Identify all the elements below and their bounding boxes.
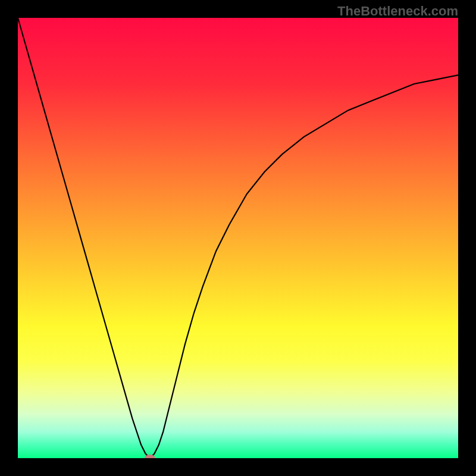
chart-svg [18,18,458,458]
plot-area [18,18,458,458]
chart-container: TheBottleneck.com [0,0,476,476]
attribution-text: TheBottleneck.com [337,4,458,19]
gradient-background [18,18,458,458]
